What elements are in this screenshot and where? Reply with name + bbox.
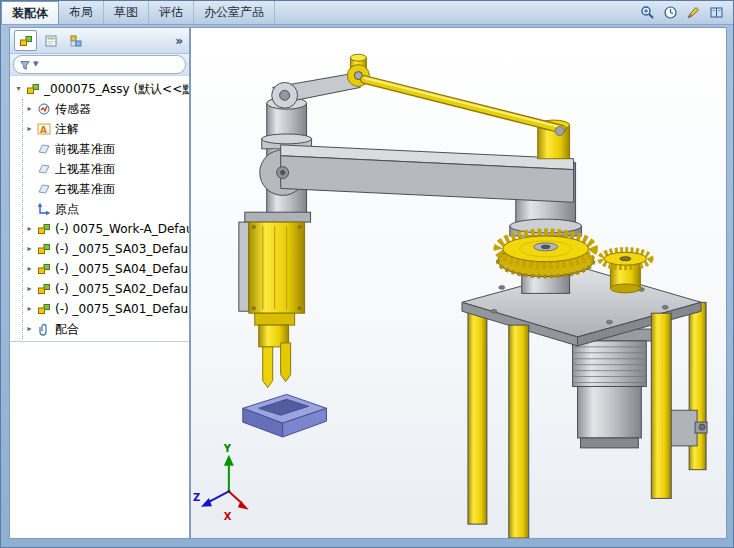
configurationmanager-tab-button[interactable] <box>64 30 87 51</box>
triad-x-label: X <box>224 511 232 522</box>
propertymanager-tab-button[interactable] <box>39 30 62 51</box>
tree-item-component-sa02[interactable]: ▸ (-) _0075_SA02_Default<1 <box>23 279 189 299</box>
tree-item-component-sa04[interactable]: ▸ (-) _0075_SA04_Default<1 <box>23 259 189 279</box>
motor-body <box>573 341 647 387</box>
tab-office-products[interactable]: 办公室产品 <box>194 1 275 24</box>
panel-overflow-chevron[interactable]: » <box>175 34 185 48</box>
tree-item-label: (-) _0075_SA03_Default<1 <box>55 242 189 256</box>
tree-item-annotations[interactable]: ▸ 注解 <box>23 119 189 139</box>
triad-z-label: Z <box>193 492 200 503</box>
tree-item-right-plane[interactable]: 右视基准面 <box>23 179 189 199</box>
tab-label: 办公室产品 <box>204 4 264 21</box>
tree-item-label: 原点 <box>55 201 79 218</box>
sensor-icon <box>37 102 52 116</box>
tree-item-top-plane[interactable]: 上视基准面 <box>23 159 189 179</box>
filter-caret-icon[interactable]: ▼ <box>33 61 38 68</box>
triad-y-label: Y <box>223 443 232 454</box>
tree-item-label: 前视基准面 <box>55 141 115 158</box>
tree-item-front-plane[interactable]: 前视基准面 <box>23 139 189 159</box>
tree-item-assembly-root[interactable]: ▾ _000075_Assy (默认<<默认>_ <box>12 79 189 99</box>
large-gear <box>498 233 594 277</box>
junction-box <box>667 410 697 446</box>
tab-label: 布局 <box>69 4 93 21</box>
robot-assembly-model: Y Z X <box>191 28 726 538</box>
component-icon <box>37 282 52 296</box>
coordinate-triad: Y Z X <box>193 443 249 522</box>
plane-icon <box>37 162 52 176</box>
mates-paperclip-icon <box>37 322 52 336</box>
tree-item-component-work-a[interactable]: ▸ (-) 0075_Work-A_Default< <box>23 219 189 239</box>
origin-icon <box>37 202 52 216</box>
tree-item-label: (-) 0075_Work-A_Default< <box>55 222 189 236</box>
motor-cap <box>581 438 639 448</box>
expand-arrow-icon[interactable]: ▸ <box>25 245 34 253</box>
component-icon <box>37 222 52 236</box>
motor-lower-body <box>578 386 642 437</box>
plane-icon <box>37 142 52 156</box>
graphics-viewport[interactable]: Y Z X <box>191 27 727 539</box>
zoom-icon[interactable] <box>639 4 656 21</box>
filter-funnel-icon <box>19 59 31 71</box>
plane-icon <box>37 182 52 196</box>
command-manager-tabs: 装配体 布局 草图 评估 办公室产品 <box>1 1 733 25</box>
tab-sketch[interactable]: 草图 <box>104 1 149 24</box>
tree-filter-row: ▼ <box>10 54 189 76</box>
tab-layout[interactable]: 布局 <box>59 1 104 24</box>
tree-filter-input[interactable]: ▼ <box>13 55 186 74</box>
tab-evaluate[interactable]: 评估 <box>149 1 194 24</box>
annotations-icon <box>37 122 52 136</box>
panel-empty-area <box>10 341 189 538</box>
pen-icon[interactable] <box>685 4 702 21</box>
feature-tree: ▾ _000075_Assy (默认<<默认>_ ▸ 传感器 ▸ 注解 <box>10 76 189 339</box>
expand-arrow-icon[interactable]: ▾ <box>14 85 23 93</box>
expand-arrow-icon[interactable]: ▸ <box>25 305 34 313</box>
expand-arrow-icon[interactable]: ▸ <box>25 325 34 333</box>
component-icon <box>37 262 52 276</box>
leg-front-left <box>509 325 529 538</box>
leg-front-right <box>651 313 671 498</box>
featuremanager-tab-button[interactable] <box>14 30 37 51</box>
tree-item-label: 上视基准面 <box>55 161 115 178</box>
featuremanager-panel: » ▼ ▾ _000075_Assy (默认<<默认>_ ▸ <box>9 27 191 539</box>
tree-item-label: (-) _0075_SA01_Default<1 <box>55 302 189 316</box>
workpiece-blue <box>243 394 327 437</box>
tab-assembly[interactable]: 装配体 <box>1 1 59 24</box>
help-book-icon[interactable] <box>708 4 725 21</box>
solidworks-window: 装配体 布局 草图 评估 办公室产品 » ▼ <box>0 0 734 548</box>
tree-item-label: _000075_Assy (默认<<默认>_ <box>44 81 189 98</box>
leg-back-left <box>468 308 487 524</box>
expand-arrow-icon[interactable]: ▸ <box>25 285 34 293</box>
tree-item-component-sa01[interactable]: ▸ (-) _0075_SA01_Default<1 <box>23 299 189 319</box>
component-icon <box>37 302 52 316</box>
tree-item-component-sa03[interactable]: ▸ (-) _0075_SA03_Default<1 <box>23 239 189 259</box>
assembly-icon <box>26 82 41 96</box>
tree-item-label: (-) _0075_SA02_Default<1 <box>55 282 189 296</box>
tree-item-mates[interactable]: ▸ 配合 <box>23 319 189 339</box>
expand-arrow-icon[interactable]: ▸ <box>25 125 34 133</box>
gripper <box>255 313 295 387</box>
tree-item-origin[interactable]: 原点 <box>23 199 189 219</box>
link-rod <box>364 78 561 129</box>
linear-actuator <box>239 212 311 313</box>
tab-label: 草图 <box>114 4 138 21</box>
tab-label: 评估 <box>159 4 183 21</box>
tree-item-label: (-) _0075_SA04_Default<1 <box>55 262 189 276</box>
expand-arrow-icon[interactable]: ▸ <box>25 265 34 273</box>
tree-item-sensors[interactable]: ▸ 传感器 <box>23 99 189 119</box>
clock-icon[interactable] <box>662 4 679 21</box>
tree-item-label: 传感器 <box>55 101 91 118</box>
featuremanager-header: » <box>10 28 189 54</box>
tree-item-label: 右视基准面 <box>55 181 115 198</box>
component-icon <box>37 242 52 256</box>
expand-arrow-icon[interactable]: ▸ <box>25 105 34 113</box>
expand-arrow-icon[interactable]: ▸ <box>25 225 34 233</box>
quick-access-icons <box>631 1 733 24</box>
tree-item-label: 注解 <box>55 121 79 138</box>
tree-item-label: 配合 <box>55 321 79 338</box>
tab-label: 装配体 <box>12 5 48 22</box>
